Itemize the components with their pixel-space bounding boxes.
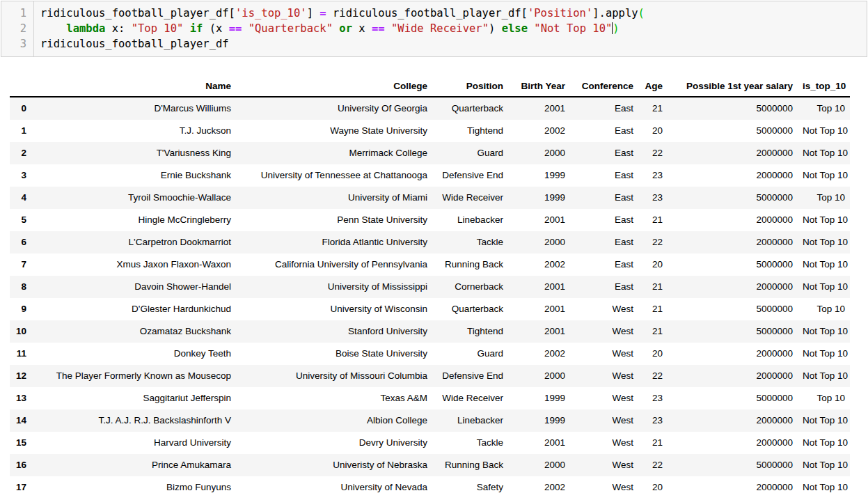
table-cell: The Player Formerly Known as Mousecop (31, 365, 236, 387)
table-cell: Not Top 10 (798, 343, 850, 365)
table-cell: Not Top 10 (798, 476, 850, 499)
table-cell: 2000000 (668, 432, 798, 454)
table-cell: West (570, 298, 638, 320)
table-cell: L'Carpetron Dookmarriot (31, 231, 236, 253)
table-cell: 2000000 (668, 343, 798, 365)
table-cell: Top 10 (798, 298, 850, 320)
table-cell: 21 (638, 209, 668, 231)
table-cell: Stanford University (236, 320, 432, 343)
table-cell: East (570, 231, 638, 253)
table-row: 15Harvard UniversityDevry UniversityTack… (10, 432, 850, 454)
table-cell: 2000000 (668, 164, 798, 187)
table-row: 13Saggitariut JefferspinTexas A&MWide Re… (10, 387, 850, 409)
table-cell: Quarterback (432, 97, 508, 120)
table-cell: Top 10 (798, 187, 850, 209)
code-cell[interactable]: 123 ridiculous_football_player_df['is_to… (1, 1, 867, 57)
table-cell: 5000000 (668, 97, 798, 120)
code-token-plain: ].apply (592, 7, 638, 19)
code-token-string: "Wide Receiver" (391, 22, 489, 35)
line-number: 3 (1, 36, 26, 52)
code-line[interactable]: ridiculous_football_player_df (40, 36, 645, 52)
table-cell: 21 (638, 320, 668, 343)
table-row: 16Prince AmukamaraUniveristy of Nebraska… (10, 454, 850, 476)
table-cell: Not Top 10 (798, 454, 850, 476)
table-cell: West (570, 409, 638, 432)
row-index: 0 (10, 97, 31, 120)
table-cell: University of Wisconsin (236, 298, 432, 320)
table-cell: 2000 (508, 142, 570, 164)
table-cell: 2000000 (668, 209, 798, 231)
table-cell: California University of Pennsylvania (236, 253, 432, 276)
row-index: 5 (10, 209, 31, 231)
table-row: 10Ozamataz BuckshankStanford UniversityT… (10, 320, 850, 343)
table-cell: Running Back (432, 454, 508, 476)
table-cell: Guard (432, 343, 508, 365)
table-cell: Running Back (432, 253, 508, 276)
code-token-plain (242, 22, 248, 35)
table-cell: 20 (638, 253, 668, 276)
table-cell: 5000000 (668, 298, 798, 320)
table-cell: Saggitariut Jefferspin (31, 387, 236, 409)
table-cell: Not Top 10 (798, 432, 850, 454)
table-cell: Penn State University (236, 209, 432, 231)
table-cell: East (570, 164, 638, 187)
table-cell: 2002 (508, 343, 570, 365)
table-row: 12The Player Formerly Known as MousecopU… (10, 365, 850, 387)
table-cell: University of Nevada (236, 476, 432, 499)
table-cell: 2001 (508, 320, 570, 343)
code-token-plain (385, 22, 391, 35)
code-token-plain: (x (203, 22, 228, 35)
table-cell: 23 (638, 387, 668, 409)
code-token-plain: ) (489, 22, 502, 35)
table-cell: 2000000 (668, 365, 798, 387)
table-cell: 2002 (508, 476, 570, 499)
code-token-keyword: or (339, 22, 352, 35)
table-cell: Harvard University (31, 432, 236, 454)
table-cell: Not Top 10 (798, 365, 850, 387)
table-cell: 5000000 (668, 454, 798, 476)
code-line[interactable]: ridiculous_football_player_df['is_top_10… (40, 6, 645, 21)
table-cell: 2000 (508, 454, 570, 476)
table-cell: 5000000 (668, 387, 798, 409)
table-cell: 22 (638, 454, 668, 476)
row-index: 12 (10, 365, 31, 387)
column-header-conference: Conference (570, 76, 638, 97)
code-token-string: 'is_top_10' (235, 7, 307, 19)
table-cell: 22 (638, 231, 668, 253)
table-cell: T.J. A.J. R.J. Backslashinforth V (31, 409, 236, 432)
table-cell: 2000 (508, 365, 570, 387)
code-lines[interactable]: ridiculous_football_player_df['is_top_10… (34, 1, 645, 56)
table-cell: Wide Receiver (432, 387, 508, 409)
table-row: 5Hingle McCringleberryPenn State Univers… (10, 209, 850, 231)
table-cell: 2001 (508, 432, 570, 454)
table-cell: Merrimack College (236, 142, 432, 164)
column-header-college: College (236, 76, 432, 97)
table-cell: Linebacker (432, 209, 508, 231)
table-row: 8Davoin Shower-HandelUniversity of Missi… (10, 276, 850, 298)
table-cell: Not Top 10 (798, 142, 850, 164)
table-cell: Tackle (432, 432, 508, 454)
code-token-keyword: lambda (66, 22, 105, 35)
code-token-plain (40, 22, 66, 35)
row-index: 16 (10, 454, 31, 476)
column-header-position: Position (432, 76, 508, 97)
dataframe-body: 0D'Marcus WilliumsUniversity Of GeorgiaQ… (10, 97, 850, 499)
table-cell: 2000000 (668, 142, 798, 164)
table-cell: Guard (432, 142, 508, 164)
table-cell: West (570, 320, 638, 343)
table-cell: 5000000 (668, 187, 798, 209)
table-cell: Devry University (236, 432, 432, 454)
table-cell: 2001 (508, 97, 570, 120)
table-cell: 2001 (508, 209, 570, 231)
table-cell: Cornerback (432, 276, 508, 298)
code-token-operator: == (372, 22, 385, 35)
table-cell: West (570, 454, 638, 476)
row-index: 15 (10, 432, 31, 454)
table-cell: 20 (638, 343, 668, 365)
table-row: 4Tyroil Smoochie-WallaceUniversity of Mi… (10, 187, 850, 209)
table-cell: 5000000 (668, 253, 798, 276)
code-token-plain (528, 22, 534, 35)
code-line[interactable]: lambda x: "Top 10" if (x == "Quarterback… (40, 21, 645, 36)
row-index: 14 (10, 409, 31, 432)
table-cell: West (570, 476, 638, 499)
